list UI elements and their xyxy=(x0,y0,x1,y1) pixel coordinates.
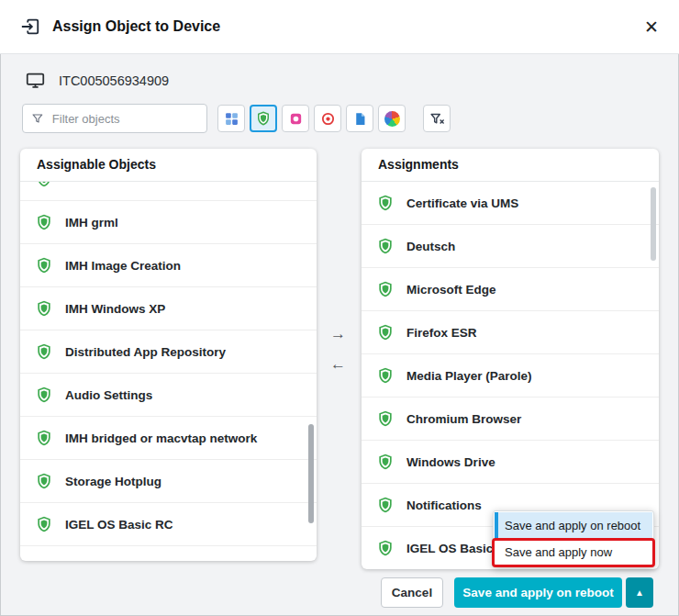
filter-all-objects-button[interactable] xyxy=(217,105,245,132)
object-label: IMH bridged or macvtap network xyxy=(65,431,257,445)
object-label: IMH Image Creation xyxy=(65,259,181,273)
profile-shield-icon xyxy=(376,496,395,514)
close-icon[interactable]: ✕ xyxy=(644,18,659,36)
list-item[interactable]: Firefox ESR xyxy=(362,311,659,354)
red-ring-icon xyxy=(320,111,336,127)
menu-item-label: Save and apply now xyxy=(505,545,612,559)
list-item[interactable]: IGEL OS Basic RC xyxy=(20,503,317,546)
panel-title-assignable: Assignable Objects xyxy=(20,149,317,182)
assignments-panel: Assignments Certificate via UMS Deutsch … xyxy=(362,149,659,569)
profile-shield-icon xyxy=(35,429,53,447)
profile-shield-icon xyxy=(35,472,53,490)
profile-shield-icon xyxy=(35,342,53,361)
profile-shield-icon xyxy=(35,386,53,404)
menu-item-save-apply-reboot[interactable]: Save and apply on reboot xyxy=(495,512,652,539)
profile-shield-icon xyxy=(35,299,53,318)
profile-shield-icon xyxy=(376,453,395,471)
list-item[interactable]: Chromium Browser xyxy=(362,398,659,441)
object-label: Windows Drive xyxy=(406,455,495,469)
profile-shield-icon xyxy=(376,366,395,385)
object-label: Audio Settings xyxy=(65,388,152,402)
object-label: Notifications xyxy=(406,498,482,512)
filter-objects-input[interactable] xyxy=(50,111,198,127)
profile-shield-icon xyxy=(376,194,395,212)
list-item[interactable]: Media Player (Parole) xyxy=(362,354,659,398)
object-label: Firefox ESR xyxy=(406,326,477,340)
assignments-list: Certificate via UMS Deutsch Microsoft Ed… xyxy=(362,182,659,567)
dialog-title: Assign Object to Device xyxy=(52,18,220,35)
profile-shield-icon xyxy=(35,182,53,188)
object-label: IMH grml xyxy=(65,216,118,230)
device-id: ITC005056934909 xyxy=(59,73,169,88)
profile-shield-icon xyxy=(35,256,53,274)
assign-arrow-button[interactable]: → xyxy=(330,326,346,342)
list-item[interactable]: Storage Hotplug xyxy=(20,460,317,503)
list-item[interactable]: IMH bridged or macvtap network xyxy=(20,417,317,460)
list-item[interactable]: Microsoft Edge xyxy=(362,268,659,311)
save-apply-reboot-button[interactable]: Save and apply on reboot xyxy=(454,577,622,608)
profile-shield-icon xyxy=(35,213,53,231)
object-label: Microsoft Edge xyxy=(406,283,496,297)
list-item[interactable]: IMH grml xyxy=(20,201,317,244)
object-label: Media Player (Parole) xyxy=(406,369,532,383)
object-label: Chromium Browser xyxy=(406,412,521,426)
save-options-menu: Save and apply on reboot Save and apply … xyxy=(493,510,654,567)
funnel-icon xyxy=(31,111,44,126)
monitor-icon xyxy=(25,71,46,90)
filter-template-keys-button[interactable] xyxy=(378,105,406,132)
profile-shield-icon xyxy=(376,280,395,298)
profile-shield-icon xyxy=(376,237,395,255)
list-item[interactable]: Windows Drive xyxy=(362,441,659,484)
assign-object-icon xyxy=(20,17,40,37)
panel-title-assignments: Assignments xyxy=(362,149,659,182)
clear-filter-button[interactable] xyxy=(423,105,451,132)
object-label: Deutsch xyxy=(406,240,455,253)
file-icon xyxy=(352,111,368,127)
object-label: IMH Windows XP xyxy=(65,302,165,316)
grid-icon xyxy=(224,111,239,127)
filter-priority-profiles-button[interactable] xyxy=(282,105,309,132)
list-item[interactable]: IMH Windows XP xyxy=(20,287,317,330)
save-options-toggle-button[interactable]: ▲ xyxy=(626,577,653,608)
scrollbar-thumb[interactable] xyxy=(651,187,656,261)
shield-icon xyxy=(255,110,272,127)
chevron-up-icon: ▲ xyxy=(635,588,644,598)
object-label: Distributed App Repository xyxy=(65,345,226,359)
profile-shield-icon xyxy=(376,323,395,342)
assign-object-dialog: { "header": { "title": "Assign Object to… xyxy=(0,0,679,616)
unassign-arrow-button[interactable]: ← xyxy=(330,356,346,372)
dialog-header: Assign Object to Device ✕ xyxy=(0,0,679,54)
object-label: Certificate via UMS xyxy=(406,196,518,210)
scrollbar-thumb[interactable] xyxy=(308,424,314,523)
object-label: IGEL OS Basic xyxy=(406,542,493,555)
list-item[interactable]: Audio Settings xyxy=(20,374,317,417)
list-item[interactable]: IMH Image Creation xyxy=(20,244,317,287)
profile-shield-icon xyxy=(376,409,395,428)
list-item-partial[interactable] xyxy=(20,182,317,201)
list-item[interactable]: Deutsch xyxy=(362,225,659,268)
list-item[interactable]: Distributed App Repository xyxy=(20,330,317,374)
profile-shield-icon xyxy=(35,515,53,533)
funnel-clear-icon xyxy=(429,111,445,127)
filter-profiles-button[interactable] xyxy=(250,105,277,132)
profile-shield-icon xyxy=(376,539,395,557)
filter-files-button[interactable] xyxy=(346,105,373,132)
device-row: ITC005056934909 xyxy=(25,71,169,90)
list-item[interactable]: Certificate via UMS xyxy=(362,182,659,225)
object-label: IGEL OS Basic RC xyxy=(65,518,173,532)
object-label: Storage Hotplug xyxy=(65,475,161,488)
color-wheel-icon xyxy=(384,111,400,127)
assignable-objects-list: IMH grml IMH Image Creation IMH Windows … xyxy=(20,182,317,559)
filter-type-buttons xyxy=(217,105,406,132)
filter-input-wrap xyxy=(22,104,207,133)
assignable-objects-panel: Assignable Objects IMH grml IMH Image Cr… xyxy=(20,149,317,561)
menu-item-label: Save and apply on reboot xyxy=(505,519,640,532)
pink-badge-icon xyxy=(288,111,304,127)
filter-firmware-customizations-button[interactable] xyxy=(314,105,341,132)
cancel-button[interactable]: Cancel xyxy=(381,577,443,608)
menu-item-save-apply-now[interactable]: Save and apply now xyxy=(495,539,652,566)
